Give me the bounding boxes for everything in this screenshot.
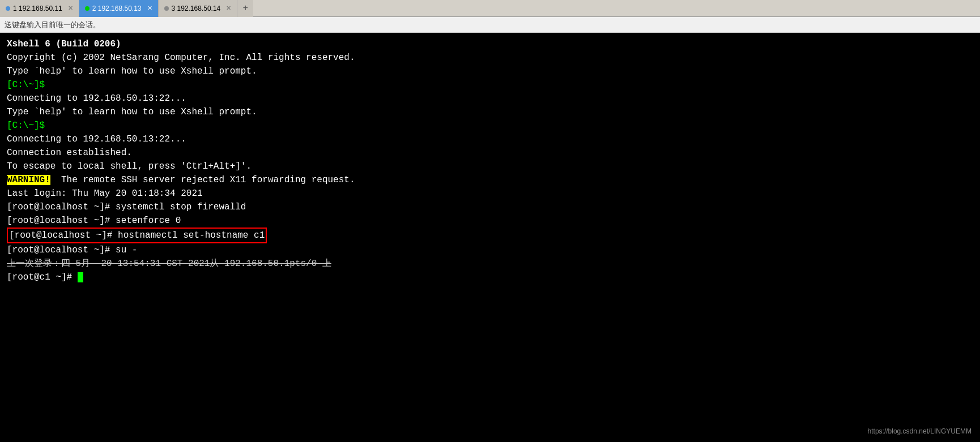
red-box-highlight: [root@localhost ~]# hostnamectl set-host…: [7, 228, 267, 243]
terminal-line-23: [root@localhost ~]# su -: [7, 243, 973, 257]
terminal[interactable]: Xshell 6 (Build 0206) Copyright (c) 2002…: [0, 33, 980, 442]
tab3-close[interactable]: ✕: [226, 5, 231, 12]
info-text: 送键盘输入目前唯一的会话。: [5, 20, 100, 30]
terminal-line-21: [root@localhost ~]# setenforce 0: [7, 214, 973, 228]
tab1-close[interactable]: ✕: [68, 5, 73, 12]
terminal-line-16: To escape to local shell, press 'Ctrl+Al…: [7, 160, 973, 173]
tab2-indicator: [85, 6, 90, 11]
terminal-line-3: Copyright (c) 2002 NetSarang Computer, I…: [7, 51, 973, 65]
tab-1[interactable]: 1 192.168.50.11 ✕: [0, 0, 79, 17]
tab2-close[interactable]: ✕: [147, 5, 152, 12]
terminal-line-11: Type `help' to learn how to use Xshell p…: [7, 105, 973, 119]
terminal-line-15: Connection established.: [7, 146, 973, 160]
terminal-line-19: Last login: Thu May 20 01:18:34 2021: [7, 187, 973, 200]
tab2-label: 2 192.168.50.13: [92, 5, 142, 12]
terminal-line-8: Connecting to 192.168.50.13:22...: [7, 92, 973, 105]
terminal-line-25: [root@c1 ~]#: [7, 271, 973, 284]
terminal-line-22: [root@localhost ~]# hostnamectl set-host…: [7, 228, 973, 243]
terminal-line-18: WARNING! The remote SSH server rejected …: [7, 173, 973, 187]
terminal-line-14: Connecting to 192.168.50.13:22...: [7, 132, 973, 146]
tab-bar: 1 192.168.50.11 ✕ 2 192.168.50.13 ✕ 3 19…: [0, 0, 980, 17]
terminal-line-5: Type `help' to learn how to use Xshell p…: [7, 65, 973, 78]
terminal-line-20: [root@localhost ~]# systemctl stop firew…: [7, 200, 973, 214]
terminal-line-24: 上一次登录：四 5月 20 13:54:31 CST 2021从 192.168…: [7, 257, 973, 271]
tab3-label: 3 192.168.50.14: [172, 5, 221, 12]
terminal-line-2: Xshell 6 (Build 0206): [7, 37, 973, 51]
terminal-line-12: [C:\~]$: [7, 119, 973, 132]
warning-badge: WARNING!: [7, 175, 50, 185]
tab3-indicator: [164, 6, 169, 11]
tab-3[interactable]: 3 192.168.50.14 ✕: [159, 0, 238, 17]
new-tab-button[interactable]: +: [237, 0, 253, 17]
terminal-line-6: [C:\~]$: [7, 78, 973, 92]
cursor-block: [78, 272, 83, 282]
watermark: https://blog.csdn.net/LINGYUEMM: [868, 426, 972, 436]
tab1-indicator: [6, 6, 10, 11]
tab1-label: 1 192.168.50.11: [13, 5, 62, 12]
tab-2[interactable]: 2 192.168.50.13 ✕: [79, 0, 159, 17]
info-bar: 送键盘输入目前唯一的会话。: [0, 17, 980, 33]
